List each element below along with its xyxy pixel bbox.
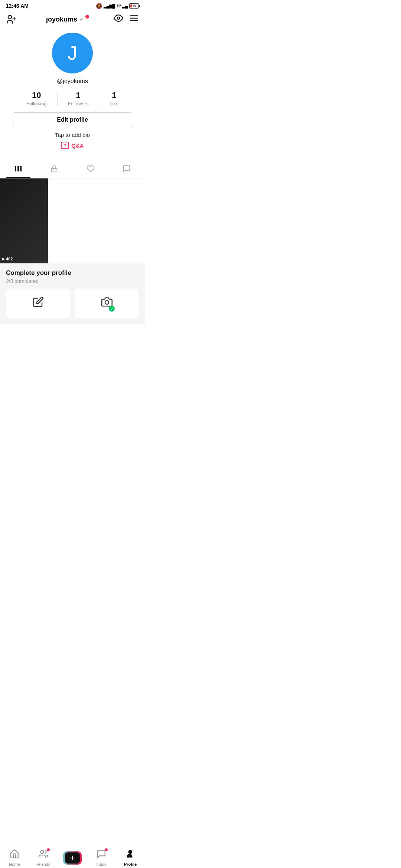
nav-action-icons <box>114 13 139 25</box>
svg-point-0 <box>8 16 12 19</box>
username-header[interactable]: joyokums ✓ <box>46 16 84 23</box>
video-grid: ▶ 402 <box>0 178 145 263</box>
qa-button[interactable]: ? Q&A <box>61 142 84 149</box>
status-time: 12:46 AM <box>6 3 29 9</box>
notification-dot <box>85 15 89 19</box>
battery-icon: 19 <box>129 3 139 9</box>
tab-videos[interactable] <box>0 160 36 178</box>
following-stat[interactable]: 10 Following <box>16 91 57 106</box>
status-icons: 🔕 ▂▄▆█ H⁺▂▄ 19 <box>96 3 139 9</box>
tab-tagged[interactable] <box>109 160 145 178</box>
bio-edit-icon <box>33 296 44 310</box>
video-overlay: ▶ 402 <box>0 178 48 263</box>
svg-point-3 <box>117 17 120 20</box>
menu-icon[interactable] <box>129 13 139 25</box>
complete-cards: ✓ <box>6 289 139 318</box>
add-user-button[interactable] <box>6 14 16 24</box>
camera-icon: ✓ <box>101 296 113 310</box>
svg-rect-10 <box>52 168 57 172</box>
signal2-icon: H⁺▂▄ <box>117 4 128 9</box>
bio-card[interactable] <box>6 289 70 318</box>
followers-stat[interactable]: 1 Followers <box>58 91 99 106</box>
bio-prompt[interactable]: Tap to add bio <box>55 132 90 138</box>
avatar[interactable]: J <box>52 33 93 73</box>
svg-rect-7 <box>15 166 16 172</box>
play-icon: ▶ <box>2 257 5 261</box>
svg-point-11 <box>105 300 109 304</box>
complete-profile-progress: 2/3 completed <box>6 278 139 284</box>
edit-profile-button[interactable]: Edit profile <box>13 112 132 127</box>
likes-stat[interactable]: 1 Like <box>99 91 129 106</box>
top-nav: joyokums ✓ <box>0 10 145 30</box>
signal-icon: ▂▄▆█ <box>104 4 115 9</box>
complete-profile-banner: Complete your profile 2/3 completed <box>0 263 145 324</box>
tab-liked[interactable] <box>72 160 109 178</box>
check-icon: ✓ <box>109 306 115 312</box>
svg-rect-9 <box>20 166 22 172</box>
content-tabs <box>0 160 145 178</box>
photo-card[interactable]: ✓ <box>75 289 139 318</box>
content-area: ▶ 402 Complete your profile 2/3 complete… <box>0 178 145 376</box>
play-count: ▶ 402 <box>2 257 13 261</box>
tab-private[interactable] <box>36 160 73 178</box>
eye-icon[interactable] <box>114 13 123 25</box>
mute-icon: 🔕 <box>96 3 102 9</box>
complete-profile-title: Complete your profile <box>6 269 139 277</box>
svg-rect-8 <box>17 166 19 172</box>
verified-icon: ✓ <box>79 16 84 22</box>
profile-section: J @joyokums 10 Following 1 Followers 1 L… <box>0 30 145 158</box>
video-thumbnail[interactable]: ▶ 402 <box>0 178 48 263</box>
qa-icon: ? <box>61 142 69 149</box>
user-handle: @joyokums <box>57 78 88 85</box>
stats-row: 10 Following 1 Followers 1 Like <box>6 91 139 106</box>
status-bar: 12:46 AM 🔕 ▂▄▆█ H⁺▂▄ 19 <box>0 0 145 10</box>
